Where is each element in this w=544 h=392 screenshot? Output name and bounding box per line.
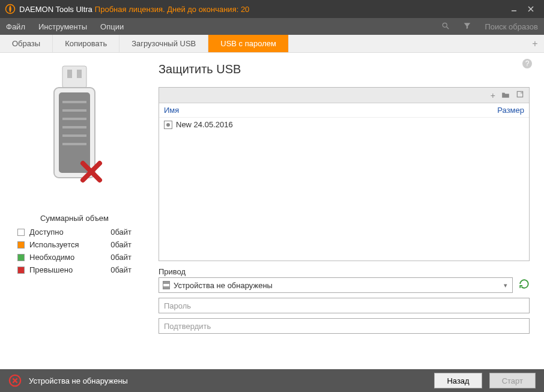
legend-label: Доступно — [29, 228, 110, 237]
swatch-used — [17, 241, 25, 249]
file-list-header: Имя Размер — [159, 103, 529, 118]
add-folder-icon[interactable] — [501, 91, 510, 100]
file-toolbar: + — [159, 88, 529, 103]
tab-bootable-usb[interactable]: Загрузочный USB — [119, 35, 208, 52]
add-tab-button[interactable]: + — [526, 35, 544, 52]
svg-rect-19 — [517, 91, 522, 97]
legend-row-required: Необходимо 0байт — [17, 253, 131, 262]
menubar: Файл Инструменты Опции Поиск образов — [0, 18, 544, 35]
drive-select[interactable]: Устройства не обнаружены ▾ — [159, 277, 513, 293]
legend-value: 0байт — [110, 253, 131, 262]
error-icon — [8, 374, 22, 387]
drive-label: Привод — [159, 267, 530, 276]
swatch-required — [17, 254, 25, 261]
swatch-available — [17, 229, 25, 236]
col-header-size[interactable]: Размер — [497, 106, 524, 115]
file-icon — [164, 121, 172, 129]
footer: Устройства не обнаружены Назад Старт — [0, 369, 544, 392]
add-file-icon[interactable]: + — [491, 91, 495, 100]
chevron-down-icon: ▾ — [504, 282, 507, 289]
left-column: Суммарный объем Доступно 0байт Используе… — [14, 60, 134, 369]
back-button[interactable]: Назад — [434, 373, 482, 388]
start-button[interactable]: Старт — [489, 373, 536, 388]
svg-rect-10 — [59, 92, 90, 173]
filter-icon[interactable] — [463, 22, 471, 32]
menu-file[interactable]: Файл — [6, 22, 25, 31]
app-name: DAEMON Tools Ultra — [19, 5, 92, 14]
content-area: ? Суммарный объем Доступно 0байт — [0, 53, 544, 369]
minimize-button[interactable] — [506, 0, 522, 18]
remove-file-icon[interactable] — [516, 90, 524, 100]
legend-value: 0байт — [110, 228, 131, 237]
col-header-name[interactable]: Имя — [164, 106, 497, 115]
error-text: Устройства не обнаружены — [29, 376, 427, 385]
password-field[interactable] — [159, 298, 530, 313]
usb-illustration-icon — [38, 64, 110, 196]
trial-notice: Пробная лицензия. Дней до окончания: 20 — [95, 5, 250, 14]
legend-label: Используется — [29, 240, 110, 249]
list-item[interactable]: New 24.05.2016 — [164, 120, 524, 129]
menu-options[interactable]: Опции — [100, 22, 124, 31]
svg-rect-6 — [62, 66, 86, 88]
svg-rect-7 — [67, 70, 72, 78]
right-column: Защитить USB + Имя Размер New 24.05.2016… — [159, 60, 530, 369]
menu-tools[interactable]: Инструменты — [38, 22, 87, 31]
app-logo-icon — [5, 4, 16, 14]
confirm-password-field[interactable] — [159, 318, 530, 334]
svg-point-4 — [443, 23, 447, 27]
swatch-exceeded — [17, 267, 25, 274]
tab-copy[interactable]: Копировать — [53, 35, 119, 52]
close-button[interactable] — [522, 0, 539, 18]
legend-row-exceeded: Превышено 0байт — [17, 265, 131, 274]
legend-label: Необходимо — [29, 253, 110, 262]
legend-row-available: Доступно 0байт — [17, 228, 131, 237]
file-list-body: New 24.05.2016 — [159, 118, 529, 261]
drive-icon — [163, 281, 170, 289]
page-title: Защитить USB — [159, 62, 530, 76]
legend-value: 0байт — [110, 240, 131, 249]
file-list-box: + Имя Размер New 24.05.2016 — [159, 87, 530, 261]
legend-title: Суммарный объем — [17, 214, 131, 223]
legend-row-used: Используется 0байт — [17, 240, 131, 249]
storage-legend: Суммарный объем Доступно 0байт Используе… — [17, 214, 131, 278]
svg-rect-8 — [77, 70, 82, 78]
tab-usb-password[interactable]: USB с паролем — [208, 35, 289, 52]
file-name: New 24.05.2016 — [176, 120, 233, 129]
search-icon[interactable] — [441, 22, 450, 32]
search-placeholder[interactable]: Поиск образов — [485, 22, 538, 31]
tab-images[interactable]: Образы — [0, 35, 53, 52]
tabbar: Образы Копировать Загрузочный USB USB с … — [0, 35, 544, 53]
svg-line-5 — [447, 26, 449, 29]
help-icon[interactable]: ? — [522, 59, 532, 68]
legend-label: Превышено — [29, 265, 110, 274]
refresh-drives-icon[interactable] — [519, 279, 530, 292]
drive-selected-text: Устройства не обнаружены — [174, 281, 273, 290]
titlebar: DAEMON Tools Ultra Пробная лицензия. Дне… — [0, 0, 544, 18]
legend-value: 0байт — [110, 265, 131, 274]
